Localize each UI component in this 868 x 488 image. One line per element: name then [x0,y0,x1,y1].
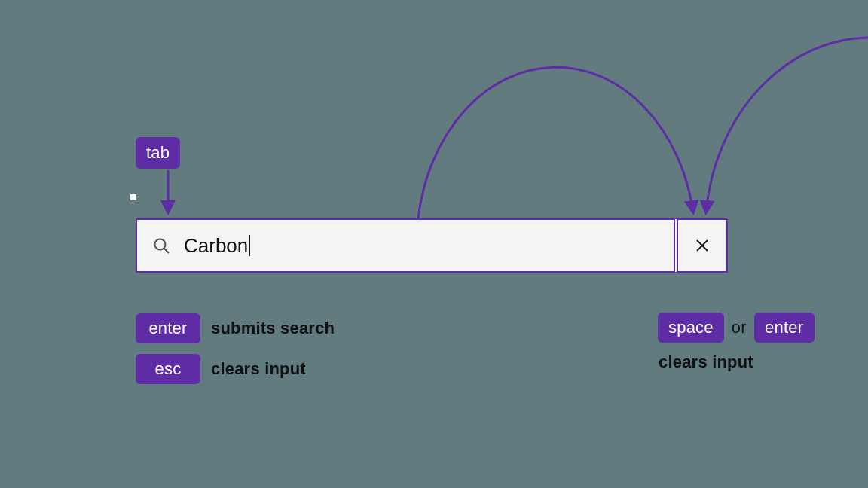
key-enter-right: enter [754,313,815,343]
clear-button[interactable] [674,218,728,273]
search-input[interactable]: Carbon [136,218,674,273]
key-tab: tab [136,137,180,169]
label-clears-input-right: clears input [659,352,753,372]
hint-space-enter: space or enter [658,313,815,343]
key-space: space [658,313,724,343]
close-icon [694,237,711,254]
label-or: or [732,318,747,337]
search-icon [152,236,170,255]
diagram-stage: tab Carbon enter submits [0,0,868,488]
search-component: Carbon [136,218,728,273]
hint-enter-submit: enter submits search [136,313,335,343]
svg-line-1 [164,249,169,253]
hint-esc-clear: esc clears input [136,354,306,384]
label-submits-search: submits search [211,319,335,338]
search-value: Carbon [184,234,248,258]
label-clears-input-left: clears input [211,359,306,379]
decorative-dot [130,194,136,200]
key-esc: esc [136,354,200,384]
key-enter: enter [136,313,200,343]
text-caret [249,235,250,256]
